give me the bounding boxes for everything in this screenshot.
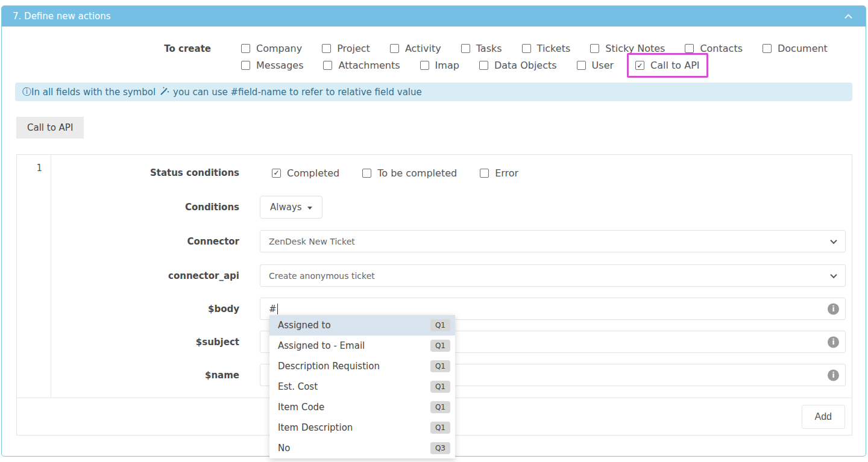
connector-label: Connector: [51, 236, 239, 247]
text-cursor: [277, 304, 278, 314]
body-field-label: $body: [51, 304, 239, 314]
connector-api-value: Create anonymous ticket: [269, 271, 375, 281]
checkbox-attachments[interactable]: Attachments: [323, 60, 400, 71]
checkbox-label: Error: [495, 167, 518, 179]
checkbox-unchecked-icon: [685, 44, 694, 53]
autocomplete-item-assigned-to[interactable]: Assigned toQ1: [269, 315, 455, 336]
panel-title: 7. Define new actions: [13, 11, 111, 22]
checkbox-label: Tickets: [537, 43, 571, 54]
checkbox-unchecked-icon: [522, 44, 531, 53]
magic-wand-icon: [160, 86, 169, 98]
autocomplete-item-item-code[interactable]: Item CodeQ1: [269, 397, 455, 417]
autocomplete-item-label: Description Requistion: [278, 361, 380, 372]
caret-down-icon: [307, 207, 312, 210]
connector-api-label: connector_api: [51, 270, 239, 281]
checkbox-unchecked-icon: [420, 61, 429, 70]
conditions-value: Always: [270, 202, 302, 213]
conditions-dropdown-button[interactable]: Always: [260, 196, 322, 219]
connector-select[interactable]: ZenDesk New Ticket: [260, 230, 846, 252]
connector-value: ZenDesk New Ticket: [269, 237, 355, 246]
tab-call-to-api[interactable]: Call to API: [16, 117, 84, 139]
checkbox-label: Document: [778, 43, 828, 54]
autocomplete-item-label: No: [278, 443, 290, 454]
add-button[interactable]: Add: [802, 405, 845, 429]
checkbox-label: Data Objects: [494, 60, 557, 71]
checkbox-unchecked-icon: [241, 44, 250, 53]
checkbox-unchecked-icon: [362, 169, 371, 178]
name-field-label: $name: [51, 370, 239, 381]
checkbox-document[interactable]: Document: [763, 43, 828, 54]
panel-header: 7. Define new actions: [2, 6, 866, 27]
checkbox-unchecked-icon: [323, 61, 332, 70]
checkbox-unchecked-icon: [763, 44, 772, 53]
banner-text-before: In all fields with the symbol: [31, 87, 156, 98]
to-create-row-2: MessagesAttachmentsImapData ObjectsUserC…: [241, 60, 700, 71]
info-icon[interactable]: [828, 303, 839, 314]
autocomplete-item-label: Item Description: [278, 422, 353, 433]
checkbox-messages[interactable]: Messages: [241, 60, 303, 71]
autocomplete-item-label: Assigned to - Email: [278, 340, 365, 351]
checkbox-project[interactable]: Project: [322, 43, 370, 54]
chevron-up-icon: [844, 14, 852, 22]
checkbox-label: Tasks: [476, 43, 502, 54]
checkbox-user[interactable]: User: [577, 60, 614, 71]
checkbox-label: Call to API: [650, 60, 699, 71]
to-create-section: To create CompanyProjectActivityTasksTic…: [2, 27, 866, 71]
connector-api-select[interactable]: Create anonymous ticket: [260, 264, 846, 287]
info-icon[interactable]: [828, 336, 839, 348]
autocomplete-item-assigned-to-email[interactable]: Assigned to - EmailQ1: [269, 336, 455, 356]
autocomplete-item-badge: Q1: [430, 319, 450, 331]
autocomplete-item-badge: Q1: [430, 381, 450, 393]
checkbox-tickets[interactable]: Tickets: [522, 43, 571, 54]
checkbox-checked-icon: [635, 61, 644, 70]
field-autocomplete-dropdown: Assigned toQ1Assigned to - EmailQ1Descri…: [269, 315, 455, 458]
checkbox-label: Project: [337, 43, 370, 54]
chevron-down-icon: [830, 237, 837, 243]
subject-field-label: $subject: [51, 337, 239, 348]
checkbox-label: Messages: [256, 60, 303, 71]
checkbox-label: Activity: [405, 43, 441, 54]
chevron-down-icon: [830, 271, 837, 278]
to-create-label: To create: [2, 43, 211, 54]
status-conditions-group: CompletedTo be completedError: [272, 167, 846, 179]
body-input-value: #: [269, 304, 277, 314]
autocomplete-item-est-cost[interactable]: Est. CostQ1: [269, 376, 455, 397]
checkbox-imap[interactable]: Imap: [420, 60, 459, 71]
info-banner: ⓘIn all fields with the symbol you can u…: [15, 83, 852, 101]
row-number: 1: [17, 155, 51, 398]
checkbox-unchecked-icon: [241, 61, 250, 70]
checkbox-unchecked-icon: [590, 44, 599, 53]
checkbox-unchecked-icon: [577, 61, 586, 70]
checkbox-unchecked-icon: [322, 44, 331, 53]
checkbox-unchecked-icon: [479, 61, 488, 70]
checkbox-label: Imap: [435, 60, 459, 71]
autocomplete-item-no[interactable]: NoQ3: [269, 438, 455, 458]
autocomplete-item-badge: Q1: [430, 360, 450, 372]
checkbox-label: Attachments: [338, 60, 400, 71]
autocomplete-item-badge: Q1: [430, 422, 450, 434]
autocomplete-item-item-description[interactable]: Item DescriptionQ1: [269, 417, 455, 438]
checkbox-company[interactable]: Company: [241, 43, 302, 54]
autocomplete-item-badge: Q1: [430, 340, 450, 352]
checkbox-call-to-api[interactable]: Call to API: [627, 53, 708, 78]
collapse-button[interactable]: [843, 10, 855, 22]
checkbox-activity[interactable]: Activity: [390, 43, 441, 54]
info-circle-icon: ⓘ: [22, 86, 31, 98]
checkbox-completed[interactable]: Completed: [272, 167, 339, 179]
autocomplete-item-badge: Q3: [430, 442, 450, 454]
autocomplete-item-label: Est. Cost: [278, 381, 318, 392]
checkbox-to-be-completed[interactable]: To be completed: [362, 167, 457, 179]
checkbox-label: Company: [256, 43, 302, 54]
checkbox-unchecked-icon: [461, 44, 470, 53]
info-icon[interactable]: [828, 369, 839, 381]
checkbox-checked-icon: [272, 169, 281, 178]
checkbox-tasks[interactable]: Tasks: [461, 43, 502, 54]
checkbox-label: Completed: [287, 167, 339, 179]
checkbox-label: To be completed: [377, 167, 457, 179]
checkbox-unchecked-icon: [390, 44, 399, 53]
checkbox-data-objects[interactable]: Data Objects: [479, 60, 557, 71]
checkbox-error[interactable]: Error: [480, 167, 518, 179]
checkbox-unchecked-icon: [480, 169, 489, 178]
autocomplete-item-label: Assigned to: [278, 320, 331, 331]
autocomplete-item-description-requistion[interactable]: Description RequistionQ1: [269, 356, 455, 376]
